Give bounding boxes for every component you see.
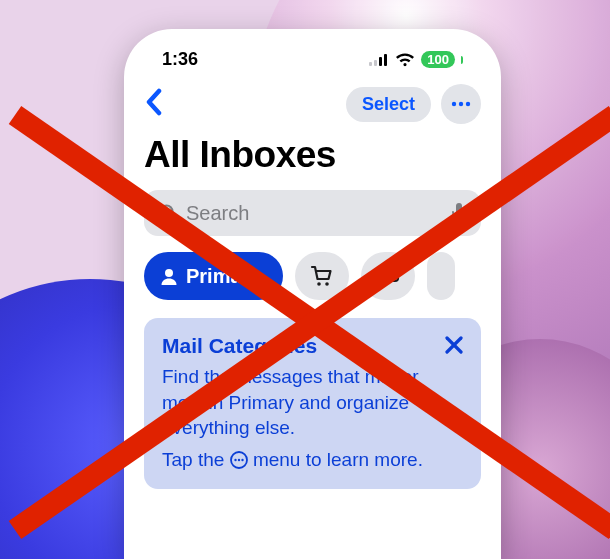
chip-primary-label: Primary (186, 265, 261, 288)
phone-frame: 1:36 100 Select (124, 29, 501, 559)
svg-point-21 (237, 459, 239, 461)
search-placeholder: Search (186, 202, 249, 225)
chevron-left-icon (144, 88, 164, 116)
back-button[interactable] (144, 88, 164, 120)
svg-point-6 (466, 102, 470, 106)
search-icon (158, 203, 178, 223)
svg-rect-3 (384, 54, 387, 66)
cart-icon (310, 265, 334, 287)
info-card: Mail Categories Find the messages that m… (144, 318, 481, 489)
person-icon (160, 267, 178, 285)
ellipsis-icon (451, 101, 471, 107)
svg-point-12 (317, 282, 321, 286)
select-button[interactable]: Select (346, 87, 431, 122)
nav-bar: Select (144, 84, 481, 124)
chip-updates[interactable] (361, 252, 415, 300)
info-card-body-2: Tap the menu to learn more. (162, 447, 463, 473)
svg-rect-2 (379, 57, 382, 66)
more-button[interactable] (441, 84, 481, 124)
svg-point-5 (459, 102, 463, 106)
svg-rect-14 (378, 267, 398, 281)
chip-primary[interactable]: Primary (144, 252, 283, 300)
battery-pill: 100 (421, 51, 455, 68)
category-chips: Primary (144, 252, 481, 300)
svg-point-7 (161, 206, 173, 218)
svg-rect-0 (369, 62, 372, 66)
svg-rect-1 (374, 60, 377, 66)
status-indicators: 100 (369, 51, 463, 68)
info-card-body-1: Find the messages that matter most in Pr… (162, 364, 463, 441)
svg-point-20 (234, 459, 236, 461)
chat-icon (376, 265, 400, 287)
status-bar: 1:36 100 (144, 47, 481, 80)
svg-line-8 (172, 217, 177, 222)
cellular-icon (369, 54, 389, 66)
status-time: 1:36 (162, 49, 198, 70)
svg-point-11 (165, 269, 173, 277)
battery-cap-icon (461, 56, 463, 64)
search-input[interactable]: Search (144, 190, 481, 236)
svg-point-13 (325, 282, 329, 286)
chip-overflow[interactable] (427, 252, 455, 300)
svg-point-4 (452, 102, 456, 106)
wifi-icon (395, 53, 415, 67)
chip-shopping[interactable] (295, 252, 349, 300)
info-close-button[interactable] (441, 332, 467, 358)
close-icon (445, 336, 463, 354)
info-card-title: Mail Categories (162, 334, 463, 358)
microphone-icon[interactable] (451, 202, 467, 224)
svg-point-22 (241, 459, 243, 461)
ellipsis-circle-icon (230, 451, 248, 469)
page-title: All Inboxes (144, 134, 481, 176)
svg-rect-9 (456, 203, 462, 215)
